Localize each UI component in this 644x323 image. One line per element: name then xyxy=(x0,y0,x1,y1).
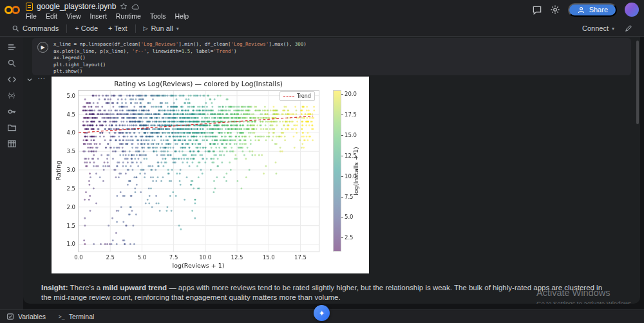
settings-gear-icon[interactable] xyxy=(550,5,560,15)
user-avatar[interactable] xyxy=(625,3,639,17)
figure-title: Rating vs Log(Reviews) — colored by Log(… xyxy=(78,80,319,88)
menu-item-file[interactable]: File xyxy=(26,12,37,20)
colorbar-tick-label: 15.0 xyxy=(345,132,357,138)
commands-label: Commands xyxy=(23,24,59,32)
star-icon[interactable] xyxy=(120,3,128,10)
colorbar-tick-label: 10.0 xyxy=(345,173,357,180)
colorbar-tick-label: 12.5 xyxy=(345,152,357,159)
run-cell-button[interactable]: ▶ xyxy=(37,42,48,53)
colorbar-tick-mark xyxy=(341,94,343,95)
menu-item-help[interactable]: Help xyxy=(175,12,189,20)
variables-button[interactable]: Variables xyxy=(6,313,46,320)
search-icon xyxy=(12,24,19,32)
comments-icon[interactable] xyxy=(532,5,542,15)
secrets-icon[interactable] xyxy=(6,106,17,116)
scatter-canvas xyxy=(52,77,369,273)
colorbar-tick-mark xyxy=(341,156,343,156)
code-editor[interactable]: x_line = np.linspace(df_clean['Log_Revie… xyxy=(53,41,307,75)
x-tick-label: 2.5 xyxy=(102,254,118,261)
menu-item-runtime[interactable]: Runtime xyxy=(116,12,141,20)
x-axis-label: log(Reviews + 1) xyxy=(78,262,319,269)
insight-bold: Insight: xyxy=(41,284,68,291)
y-tick-label: 3.0 xyxy=(61,167,75,173)
toolbar-separator xyxy=(135,24,136,33)
share-label: Share xyxy=(589,6,608,14)
left-sidebar: {x} xyxy=(0,37,23,309)
watermark-line2: Go to Settings to activate Windows. xyxy=(536,300,633,304)
insight-span: There's a xyxy=(68,284,103,291)
code-line: plt.show() xyxy=(53,68,307,75)
colorbar-tick-label: 17.5 xyxy=(345,111,357,118)
insight-text: Insight: There's a mild upward trend — a… xyxy=(41,283,611,302)
table-of-contents-icon[interactable] xyxy=(6,42,17,52)
colab-logo-icon[interactable] xyxy=(5,5,24,16)
code-line: ax.plot(x_line, p(x_line), 'r--', linewi… xyxy=(53,48,307,55)
run-all-label: Run all xyxy=(151,24,173,32)
find-replace-icon[interactable] xyxy=(6,58,17,68)
output-menu-icon[interactable]: ⋯ xyxy=(37,74,46,83)
watermark-line1: Activate Windows xyxy=(536,288,633,298)
x-tick-label: 7.5 xyxy=(166,254,182,261)
add-text-label: + Text xyxy=(108,24,127,32)
insight-bold: mild upward trend xyxy=(102,284,167,291)
menu-item-edit[interactable]: Edit xyxy=(46,12,57,20)
add-code-button[interactable]: + Code xyxy=(70,22,103,35)
y-tick-label: 2.0 xyxy=(61,204,75,210)
add-text-button[interactable]: + Text xyxy=(103,22,132,35)
variables-icon xyxy=(6,313,14,320)
top-header: google_playstore.ipynb File Edit View In… xyxy=(0,0,644,21)
notebook-icon xyxy=(26,3,33,11)
legend: Trend xyxy=(279,91,315,101)
run-all-button[interactable]: ▷ Run all ▾ xyxy=(138,22,184,35)
notebook-scrollbar[interactable] xyxy=(636,41,639,124)
code-line: x_line = np.linspace(df_clean['Log_Revie… xyxy=(53,41,307,48)
y-tick-label: 5.0 xyxy=(61,93,75,99)
share-button[interactable]: Share xyxy=(568,3,617,17)
variables-label: Variables xyxy=(18,313,46,320)
notebook-toolbar: Commands + Code + Text ▷ Run all ▾ Conne… xyxy=(0,21,644,37)
commands-button[interactable]: Commands xyxy=(6,22,64,35)
menu-item-view[interactable]: View xyxy=(66,12,81,20)
colorbar-tick-label: 7.5 xyxy=(345,194,354,200)
colab-window: google_playstore.ipynb File Edit View In… xyxy=(0,0,644,323)
menu-item-insert[interactable]: Insert xyxy=(90,12,107,20)
terminal-button[interactable]: >_ Terminal xyxy=(59,313,94,320)
y-tick-label: 1.5 xyxy=(61,223,75,229)
code-snippets-icon[interactable] xyxy=(6,74,17,84)
notebook-area: ▶ x_line = np.linspace(df_clean['Log_Rev… xyxy=(23,37,640,304)
toolbar-separator xyxy=(66,24,67,33)
connect-button[interactable]: Connect ▾ xyxy=(577,22,620,35)
colorbar-tick-label: 2.5 xyxy=(345,234,354,241)
data-table-icon[interactable] xyxy=(6,138,17,149)
y-tick-label: 4.5 xyxy=(61,111,75,118)
spark-icon: ✦ xyxy=(318,309,325,318)
pencil-icon xyxy=(625,24,632,32)
play-icon: ▶ xyxy=(41,44,44,50)
colorbar-tick-mark xyxy=(341,176,343,177)
files-icon[interactable] xyxy=(6,122,17,133)
variable-inspector-icon[interactable]: {x} xyxy=(6,90,17,100)
figure: Rating vs Log(Reviews) — colored by Log(… xyxy=(52,77,369,273)
x-tick-label: 15.0 xyxy=(261,254,276,261)
colorbar-tick-label: 20.0 xyxy=(345,91,357,97)
menu-item-tools[interactable]: Tools xyxy=(150,12,166,20)
activate-windows-watermark: Activate Windows Go to Settings to activ… xyxy=(536,288,633,304)
colorbar-tick-mark xyxy=(341,237,343,238)
x-tick-label: 12.5 xyxy=(229,254,245,261)
notebook-title[interactable]: google_playstore.ipynb xyxy=(37,2,116,11)
code-cell[interactable]: ▶ x_line = np.linspace(df_clean['Log_Rev… xyxy=(32,38,631,75)
x-tick-label: 5.0 xyxy=(134,254,149,261)
terminal-label: Terminal xyxy=(69,313,95,320)
code-line: ax.legend() xyxy=(53,55,307,62)
colorbar-tick-label: 5.0 xyxy=(345,214,354,220)
collapse-output-icon[interactable] xyxy=(26,76,33,84)
colorbar-tick-mark xyxy=(341,197,343,198)
y-tick-label: 4.0 xyxy=(61,129,75,136)
x-tick-label: 0.0 xyxy=(71,254,86,261)
terminal-icon: >_ xyxy=(59,314,65,320)
add-code-label: + Code xyxy=(75,24,98,32)
people-icon xyxy=(577,6,585,14)
gemini-button[interactable]: ✦ xyxy=(314,305,330,321)
chevron-down-icon: ▾ xyxy=(612,26,614,32)
edit-mode-button[interactable] xyxy=(620,22,638,35)
